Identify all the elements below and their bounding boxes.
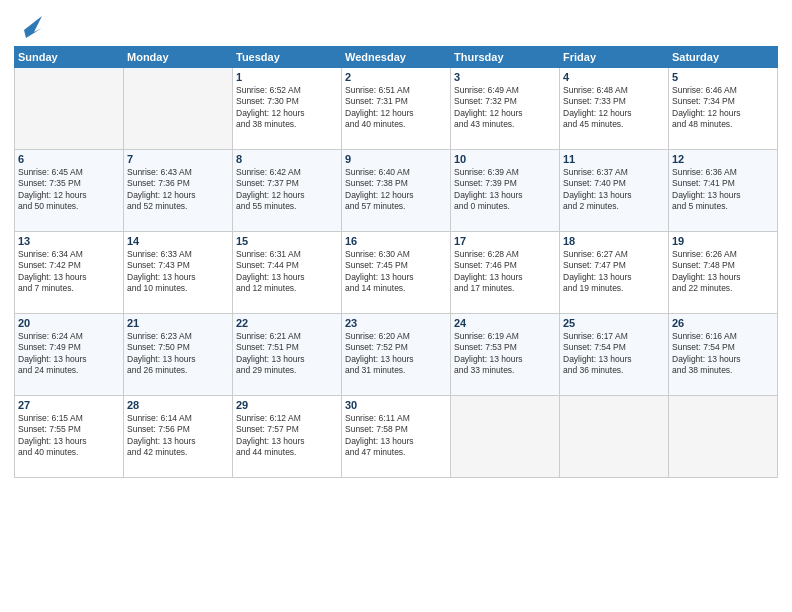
- day-info: Sunrise: 6:17 AMSunset: 7:54 PMDaylight:…: [563, 331, 665, 377]
- day-info: Sunrise: 6:21 AMSunset: 7:51 PMDaylight:…: [236, 331, 338, 377]
- day-info: Sunrise: 6:15 AMSunset: 7:55 PMDaylight:…: [18, 413, 120, 459]
- calendar-body: 1Sunrise: 6:52 AMSunset: 7:30 PMDaylight…: [15, 68, 778, 478]
- calendar-cell: 6Sunrise: 6:45 AMSunset: 7:35 PMDaylight…: [15, 150, 124, 232]
- calendar-cell: 28Sunrise: 6:14 AMSunset: 7:56 PMDayligh…: [124, 396, 233, 478]
- calendar-cell: 19Sunrise: 6:26 AMSunset: 7:48 PMDayligh…: [669, 232, 778, 314]
- day-number: 14: [127, 235, 229, 247]
- day-info: Sunrise: 6:23 AMSunset: 7:50 PMDaylight:…: [127, 331, 229, 377]
- calendar-cell: 1Sunrise: 6:52 AMSunset: 7:30 PMDaylight…: [233, 68, 342, 150]
- calendar-cell: 15Sunrise: 6:31 AMSunset: 7:44 PMDayligh…: [233, 232, 342, 314]
- calendar-header: SundayMondayTuesdayWednesdayThursdayFrid…: [15, 47, 778, 68]
- day-info: Sunrise: 6:46 AMSunset: 7:34 PMDaylight:…: [672, 85, 774, 131]
- calendar-cell: 13Sunrise: 6:34 AMSunset: 7:42 PMDayligh…: [15, 232, 124, 314]
- calendar-cell: 24Sunrise: 6:19 AMSunset: 7:53 PMDayligh…: [451, 314, 560, 396]
- calendar-cell: 23Sunrise: 6:20 AMSunset: 7:52 PMDayligh…: [342, 314, 451, 396]
- day-info: Sunrise: 6:27 AMSunset: 7:47 PMDaylight:…: [563, 249, 665, 295]
- calendar-cell: [669, 396, 778, 478]
- day-number: 5: [672, 71, 774, 83]
- calendar-cell: 25Sunrise: 6:17 AMSunset: 7:54 PMDayligh…: [560, 314, 669, 396]
- day-info: Sunrise: 6:11 AMSunset: 7:58 PMDaylight:…: [345, 413, 447, 459]
- day-number: 3: [454, 71, 556, 83]
- calendar-cell: 20Sunrise: 6:24 AMSunset: 7:49 PMDayligh…: [15, 314, 124, 396]
- day-number: 17: [454, 235, 556, 247]
- calendar-cell: 8Sunrise: 6:42 AMSunset: 7:37 PMDaylight…: [233, 150, 342, 232]
- day-info: Sunrise: 6:19 AMSunset: 7:53 PMDaylight:…: [454, 331, 556, 377]
- day-number: 13: [18, 235, 120, 247]
- day-number: 15: [236, 235, 338, 247]
- weekday-header-wednesday: Wednesday: [342, 47, 451, 68]
- weekday-header-friday: Friday: [560, 47, 669, 68]
- day-number: 24: [454, 317, 556, 329]
- svg-marker-0: [24, 16, 42, 38]
- day-number: 29: [236, 399, 338, 411]
- day-info: Sunrise: 6:49 AMSunset: 7:32 PMDaylight:…: [454, 85, 556, 131]
- day-number: 20: [18, 317, 120, 329]
- day-number: 9: [345, 153, 447, 165]
- day-info: Sunrise: 6:33 AMSunset: 7:43 PMDaylight:…: [127, 249, 229, 295]
- day-number: 28: [127, 399, 229, 411]
- day-info: Sunrise: 6:36 AMSunset: 7:41 PMDaylight:…: [672, 167, 774, 213]
- day-info: Sunrise: 6:30 AMSunset: 7:45 PMDaylight:…: [345, 249, 447, 295]
- day-number: 22: [236, 317, 338, 329]
- calendar-cell: 21Sunrise: 6:23 AMSunset: 7:50 PMDayligh…: [124, 314, 233, 396]
- calendar-cell: 17Sunrise: 6:28 AMSunset: 7:46 PMDayligh…: [451, 232, 560, 314]
- logo: [14, 10, 42, 40]
- weekday-header-tuesday: Tuesday: [233, 47, 342, 68]
- calendar-cell: [560, 396, 669, 478]
- day-info: Sunrise: 6:12 AMSunset: 7:57 PMDaylight:…: [236, 413, 338, 459]
- calendar-cell: 30Sunrise: 6:11 AMSunset: 7:58 PMDayligh…: [342, 396, 451, 478]
- calendar-cell: 7Sunrise: 6:43 AMSunset: 7:36 PMDaylight…: [124, 150, 233, 232]
- weekday-header-saturday: Saturday: [669, 47, 778, 68]
- calendar-week-row: 13Sunrise: 6:34 AMSunset: 7:42 PMDayligh…: [15, 232, 778, 314]
- calendar-cell: 18Sunrise: 6:27 AMSunset: 7:47 PMDayligh…: [560, 232, 669, 314]
- day-number: 18: [563, 235, 665, 247]
- day-number: 21: [127, 317, 229, 329]
- day-info: Sunrise: 6:51 AMSunset: 7:31 PMDaylight:…: [345, 85, 447, 131]
- day-number: 27: [18, 399, 120, 411]
- day-info: Sunrise: 6:52 AMSunset: 7:30 PMDaylight:…: [236, 85, 338, 131]
- day-info: Sunrise: 6:20 AMSunset: 7:52 PMDaylight:…: [345, 331, 447, 377]
- calendar-cell: 16Sunrise: 6:30 AMSunset: 7:45 PMDayligh…: [342, 232, 451, 314]
- day-number: 10: [454, 153, 556, 165]
- header: [14, 10, 778, 40]
- calendar-cell: 2Sunrise: 6:51 AMSunset: 7:31 PMDaylight…: [342, 68, 451, 150]
- calendar-cell: 10Sunrise: 6:39 AMSunset: 7:39 PMDayligh…: [451, 150, 560, 232]
- day-info: Sunrise: 6:48 AMSunset: 7:33 PMDaylight:…: [563, 85, 665, 131]
- day-info: Sunrise: 6:16 AMSunset: 7:54 PMDaylight:…: [672, 331, 774, 377]
- calendar-cell: [451, 396, 560, 478]
- day-number: 26: [672, 317, 774, 329]
- day-number: 30: [345, 399, 447, 411]
- day-info: Sunrise: 6:28 AMSunset: 7:46 PMDaylight:…: [454, 249, 556, 295]
- weekday-row: SundayMondayTuesdayWednesdayThursdayFrid…: [15, 47, 778, 68]
- day-info: Sunrise: 6:31 AMSunset: 7:44 PMDaylight:…: [236, 249, 338, 295]
- day-info: Sunrise: 6:42 AMSunset: 7:37 PMDaylight:…: [236, 167, 338, 213]
- calendar-cell: 4Sunrise: 6:48 AMSunset: 7:33 PMDaylight…: [560, 68, 669, 150]
- weekday-header-monday: Monday: [124, 47, 233, 68]
- calendar-cell: [124, 68, 233, 150]
- calendar-week-row: 6Sunrise: 6:45 AMSunset: 7:35 PMDaylight…: [15, 150, 778, 232]
- day-number: 2: [345, 71, 447, 83]
- day-number: 4: [563, 71, 665, 83]
- day-info: Sunrise: 6:45 AMSunset: 7:35 PMDaylight:…: [18, 167, 120, 213]
- day-number: 6: [18, 153, 120, 165]
- calendar-cell: 27Sunrise: 6:15 AMSunset: 7:55 PMDayligh…: [15, 396, 124, 478]
- calendar-cell: [15, 68, 124, 150]
- day-number: 19: [672, 235, 774, 247]
- day-number: 11: [563, 153, 665, 165]
- day-number: 7: [127, 153, 229, 165]
- day-info: Sunrise: 6:40 AMSunset: 7:38 PMDaylight:…: [345, 167, 447, 213]
- day-info: Sunrise: 6:37 AMSunset: 7:40 PMDaylight:…: [563, 167, 665, 213]
- logo-bird-icon: [16, 12, 42, 40]
- day-info: Sunrise: 6:26 AMSunset: 7:48 PMDaylight:…: [672, 249, 774, 295]
- day-number: 16: [345, 235, 447, 247]
- calendar-cell: 11Sunrise: 6:37 AMSunset: 7:40 PMDayligh…: [560, 150, 669, 232]
- calendar-week-row: 27Sunrise: 6:15 AMSunset: 7:55 PMDayligh…: [15, 396, 778, 478]
- day-number: 1: [236, 71, 338, 83]
- calendar-week-row: 20Sunrise: 6:24 AMSunset: 7:49 PMDayligh…: [15, 314, 778, 396]
- day-number: 12: [672, 153, 774, 165]
- weekday-header-thursday: Thursday: [451, 47, 560, 68]
- calendar-cell: 12Sunrise: 6:36 AMSunset: 7:41 PMDayligh…: [669, 150, 778, 232]
- day-info: Sunrise: 6:24 AMSunset: 7:49 PMDaylight:…: [18, 331, 120, 377]
- calendar-cell: 5Sunrise: 6:46 AMSunset: 7:34 PMDaylight…: [669, 68, 778, 150]
- day-info: Sunrise: 6:43 AMSunset: 7:36 PMDaylight:…: [127, 167, 229, 213]
